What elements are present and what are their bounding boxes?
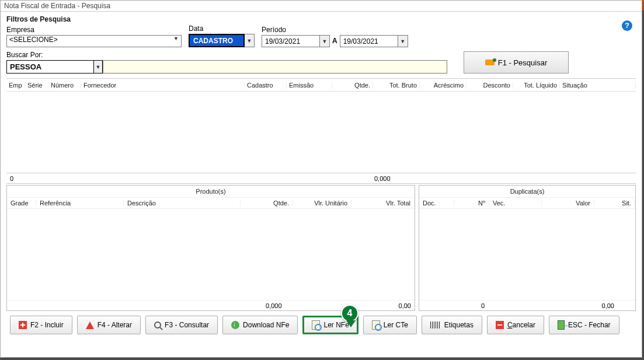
- products-panel: Produto(s) Grade Referência Descrição Qt…: [6, 185, 415, 311]
- periodo-to-input[interactable]: 19/03/2021: [340, 35, 398, 47]
- summary-count: 0: [10, 175, 13, 182]
- col-situacao[interactable]: Situação: [560, 82, 636, 89]
- empresa-select[interactable]: <SELECIONE> ▼: [6, 35, 182, 47]
- col-valor[interactable]: Valor: [542, 200, 594, 207]
- col-acrescimo[interactable]: Acréscimo: [420, 82, 467, 89]
- window-title: Nota Fiscal de Entrada - Pesquisa: [1, 1, 642, 12]
- buscar-arrow[interactable]: ▼: [94, 60, 103, 74]
- dup-foot-valor: 0,00: [602, 302, 614, 309]
- download-icon: [231, 321, 239, 329]
- col-p-qtde[interactable]: Qtde.: [241, 200, 293, 207]
- col-totliquido[interactable]: Tot. Líquido: [513, 82, 560, 89]
- chevron-down-icon: ▼: [173, 36, 179, 41]
- download-nfe-button[interactable]: Download NFe: [222, 316, 298, 334]
- filter-header: Filtros de Pesquisa: [6, 15, 636, 23]
- chevron-down-icon: ▼: [400, 39, 405, 44]
- col-doc[interactable]: Doc.: [419, 200, 454, 207]
- col-serie[interactable]: Série: [25, 82, 48, 89]
- periodo-to-arrow[interactable]: ▼: [398, 35, 408, 47]
- col-vlrunit[interactable]: Vlr. Unitário: [293, 200, 351, 207]
- buscar-label: Buscar Por:: [6, 51, 447, 59]
- minus-icon: [496, 321, 504, 329]
- periodo-from-input[interactable]: 19/03/2021: [262, 35, 320, 47]
- col-vec[interactable]: Vec.: [489, 200, 542, 207]
- chevron-down-icon: ▼: [96, 64, 101, 70]
- duplicatas-panel: Duplicata(s) Doc. Nº Vec. Valor Sit. 0 0…: [419, 185, 636, 311]
- incluir-button[interactable]: F2 - Incluir: [10, 316, 72, 334]
- col-grade[interactable]: Grade: [7, 200, 36, 207]
- col-referencia[interactable]: Referência: [36, 200, 124, 207]
- etiquetas-button[interactable]: Etiquetas: [422, 316, 482, 334]
- main-grid: Emp Série Número Fornecedor Cadastro Emi…: [6, 78, 636, 184]
- col-emp[interactable]: Emp: [6, 82, 25, 89]
- buscar-input[interactable]: [103, 60, 447, 74]
- chevron-down-icon: ▼: [322, 39, 328, 44]
- grid-header-row: Emp Série Número Fornecedor Cadastro Emi…: [6, 79, 636, 92]
- products-body[interactable]: [7, 209, 415, 300]
- fechar-button[interactable]: ESC - Fechar: [549, 316, 619, 334]
- cancelar-button[interactable]: Cancelar: [487, 316, 544, 334]
- grid-summary: 0 0,000: [6, 173, 636, 184]
- data-select[interactable]: CADASTRO: [189, 34, 245, 47]
- data-select-arrow[interactable]: ▼: [245, 34, 255, 47]
- grid-body[interactable]: [6, 92, 636, 173]
- data-value: CADASTRO: [193, 37, 233, 45]
- dup-foot-count: 0: [481, 302, 485, 309]
- empresa-value: <SELECIONE>: [9, 36, 58, 44]
- search-truck-icon: [485, 60, 495, 65]
- col-descricao[interactable]: Descrição: [124, 200, 241, 207]
- annotation-marker: 4: [341, 305, 360, 328]
- exit-icon: [558, 320, 565, 330]
- help-icon[interactable]: ?: [622, 20, 632, 31]
- empresa-label: Empresa: [6, 26, 182, 34]
- col-cadastro[interactable]: Cadastro: [245, 82, 287, 89]
- data-label: Data: [189, 25, 255, 33]
- duplicatas-body[interactable]: [419, 209, 635, 300]
- col-fornecedor[interactable]: Fornecedor: [81, 82, 245, 89]
- plus-icon: [19, 321, 27, 329]
- toolbar: F2 - Incluir F4 - Alterar F3 - Consultar…: [6, 311, 636, 338]
- col-qtde[interactable]: Qtde.: [332, 82, 373, 89]
- col-totbruto[interactable]: Tot. Bruto: [373, 82, 420, 89]
- duplicatas-title: Duplicata(s): [419, 186, 635, 197]
- pesquisar-button[interactable]: F1 - Pesquisar: [464, 51, 569, 74]
- col-desconto[interactable]: Desconto: [467, 82, 513, 89]
- summary-qtde: 0,000: [374, 175, 391, 182]
- products-title: Produto(s): [7, 186, 415, 197]
- col-emissao[interactable]: Emissão: [287, 82, 332, 89]
- edit-icon: [86, 321, 94, 329]
- search-icon: [154, 321, 161, 328]
- alterar-button[interactable]: F4 - Alterar: [77, 316, 141, 334]
- periodo-label: Período: [262, 26, 408, 34]
- col-no[interactable]: Nº: [454, 200, 489, 207]
- periodo-separator: A: [332, 37, 337, 46]
- barcode-icon: [430, 321, 441, 328]
- products-foot-total: 0,00: [399, 302, 411, 309]
- col-numero[interactable]: Número: [48, 82, 81, 89]
- document-search-icon: [312, 320, 320, 330]
- buscar-select[interactable]: PESSOA: [6, 60, 94, 74]
- ler-cte-button[interactable]: Ler CTe: [363, 316, 417, 334]
- col-sit[interactable]: Sit.: [594, 200, 635, 207]
- col-vlrtotal[interactable]: Vlr. Total: [351, 200, 415, 207]
- periodo-from-arrow[interactable]: ▼: [320, 35, 330, 47]
- chevron-down-icon: ▼: [247, 38, 252, 44]
- consultar-button[interactable]: F3 - Consultar: [145, 316, 218, 334]
- document-search-icon: [372, 320, 380, 330]
- main-window: Nota Fiscal de Entrada - Pesquisa Filtro…: [0, 0, 642, 358]
- products-foot-qtde: 0,000: [266, 302, 282, 309]
